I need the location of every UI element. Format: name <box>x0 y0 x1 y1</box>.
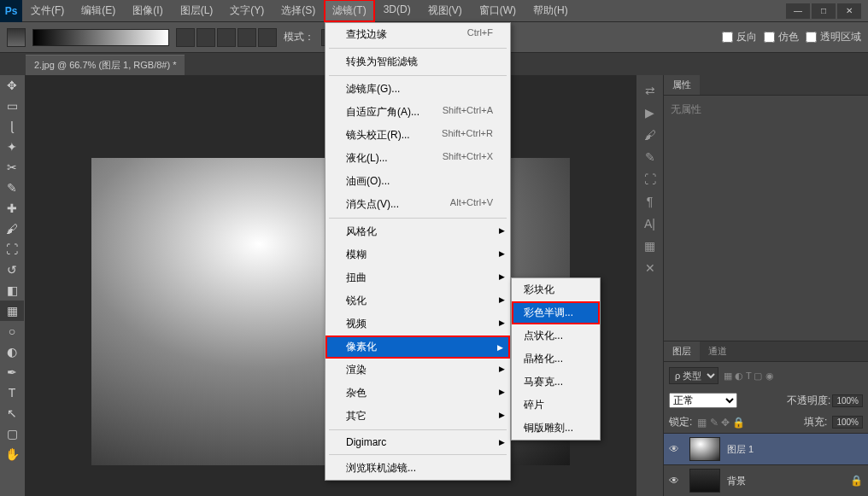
layer-row-1[interactable]: 👁 图层 1 <box>664 433 868 464</box>
tool-preset-picker[interactable] <box>7 28 26 47</box>
filter-last[interactable]: 查找边缘Ctrl+F <box>326 23 510 46</box>
filter-noise[interactable]: 杂色 <box>326 382 510 405</box>
pixelate-pointillize[interactable]: 点状化... <box>512 324 600 347</box>
eraser-tool[interactable]: ◧ <box>0 280 24 301</box>
layer-row-background[interactable]: 👁 背景 🔒 <box>664 464 868 496</box>
type-tool[interactable]: T <box>0 382 24 403</box>
properties-tab[interactable]: 属性 <box>664 75 700 95</box>
swatches-icon[interactable]: ✕ <box>645 261 655 275</box>
properties-panel-tabs: 属性 <box>664 75 868 96</box>
layer-blend-mode[interactable]: 正常 <box>669 393 737 408</box>
layer-kind-filter[interactable]: ρ 类型 <box>669 367 718 384</box>
healing-tool[interactable]: ✚ <box>0 198 24 219</box>
gradient-tool[interactable]: ▦ <box>0 301 24 321</box>
menu-edit[interactable]: 编辑(E) <box>73 0 124 22</box>
filter-other[interactable]: 其它 <box>326 405 510 428</box>
blur-tool[interactable]: ○ <box>0 321 24 341</box>
character-icon[interactable]: A| <box>644 217 655 230</box>
move-tool[interactable]: ✥ <box>0 75 24 96</box>
shape-tool[interactable]: ▢ <box>0 423 24 444</box>
actions-icon[interactable]: ▶ <box>645 106 654 120</box>
pixelate-crystallize[interactable]: 晶格化... <box>512 347 600 371</box>
filter-vanish[interactable]: 消失点(V)...Alt+Ctrl+V <box>326 193 510 216</box>
layer-filter-icons[interactable]: ▦ ◐ T ▢ ◉ <box>724 371 774 382</box>
menu-filter[interactable]: 滤镜(T) <box>324 0 374 22</box>
pixelate-color-halftone[interactable]: 彩色半调... <box>512 301 600 324</box>
layers-tab[interactable]: 图层 <box>664 341 700 361</box>
filter-gallery[interactable]: 滤镜库(G)... <box>326 78 510 101</box>
diamond-gradient-button[interactable] <box>258 28 277 47</box>
filter-blur[interactable]: 模糊 <box>326 243 510 266</box>
pixelate-facet[interactable]: 彩块化 <box>512 278 600 301</box>
brush-tool[interactable]: 🖌 <box>0 219 24 239</box>
filter-lens[interactable]: 镜头校正(R)...Shift+Ctrl+R <box>326 124 510 147</box>
lasso-tool[interactable]: ɭ <box>0 116 24 137</box>
filter-convert-smart[interactable]: 转换为智能滤镜 <box>326 50 510 73</box>
paragraph-icon[interactable]: ¶ <box>647 195 654 208</box>
filter-video[interactable]: 视频 <box>326 312 510 336</box>
layer-name[interactable]: 图层 1 <box>727 443 754 456</box>
pixelate-fragment[interactable]: 碎片 <box>512 394 600 417</box>
menu-window[interactable]: 窗口(W) <box>471 0 525 22</box>
linear-gradient-button[interactable] <box>176 28 195 47</box>
pixelate-mosaic[interactable]: 马赛克... <box>512 371 600 394</box>
pen-tool[interactable]: ✒ <box>0 362 24 382</box>
menu-3d[interactable]: 3D(D) <box>375 0 419 22</box>
menu-help[interactable]: 帮助(H) <box>525 0 577 22</box>
filter-digimarc[interactable]: Digimarc <box>326 432 510 452</box>
filter-adaptive[interactable]: 自适应广角(A)...Shift+Ctrl+A <box>326 101 510 124</box>
opacity-label: 不透明度: <box>787 394 830 408</box>
styles-icon[interactable]: ▦ <box>644 239 655 253</box>
menu-layer[interactable]: 图层(L) <box>172 0 222 22</box>
gradient-picker[interactable] <box>32 29 169 46</box>
history-brush-tool[interactable]: ↺ <box>0 260 24 280</box>
brush-presets-icon[interactable]: 🖌 <box>644 128 656 142</box>
filter-liquify[interactable]: 液化(L)...Shift+Ctrl+X <box>326 147 510 170</box>
layer-thumbnail[interactable] <box>689 469 720 493</box>
visibility-icon[interactable]: 👁 <box>669 475 683 487</box>
layer-name[interactable]: 背景 <box>727 475 746 487</box>
dodge-tool[interactable]: ◐ <box>0 341 24 362</box>
marquee-tool[interactable]: ▭ <box>0 96 24 116</box>
transparency-checkbox[interactable]: 透明区域 <box>806 30 861 44</box>
menu-file[interactable]: 文件(F) <box>22 0 73 22</box>
menu-image[interactable]: 图像(I) <box>124 0 171 22</box>
path-tool[interactable]: ↖ <box>0 403 24 423</box>
reflected-gradient-button[interactable] <box>238 28 256 47</box>
close-button[interactable]: ✕ <box>837 3 861 19</box>
magic-wand-tool[interactable]: ✦ <box>0 137 24 157</box>
eyedropper-tool[interactable]: ✎ <box>0 178 24 198</box>
crop-tool[interactable]: ✂ <box>0 157 24 178</box>
filter-oil[interactable]: 油画(O)... <box>326 170 510 193</box>
filter-sharpen[interactable]: 锐化 <box>326 289 510 312</box>
filter-render[interactable]: 渲染 <box>326 359 510 382</box>
layer-thumbnail[interactable] <box>689 437 720 461</box>
hand-tool[interactable]: ✋ <box>0 444 24 464</box>
history-icon[interactable]: ⇄ <box>645 84 655 97</box>
filter-stylize[interactable]: 风格化 <box>326 220 510 243</box>
opacity-value[interactable]: 100% <box>832 394 863 407</box>
minimize-button[interactable]: — <box>786 3 810 19</box>
menu-bar: Ps 文件(F) 编辑(E) 图像(I) 图层(L) 文字(Y) 选择(S) 滤… <box>0 0 868 22</box>
pixelate-mezzotint[interactable]: 铜版雕刻... <box>512 417 600 440</box>
channels-tab[interactable]: 通道 <box>700 341 736 361</box>
filter-distort[interactable]: 扭曲 <box>326 266 510 289</box>
brush-icon[interactable]: ✎ <box>645 150 655 164</box>
visibility-icon[interactable]: 👁 <box>669 443 683 455</box>
stamp-tool[interactable]: ⛶ <box>0 239 24 260</box>
menu-select[interactable]: 选择(S) <box>273 0 324 22</box>
fill-value[interactable]: 100% <box>832 416 863 429</box>
dither-checkbox[interactable]: 仿色 <box>764 30 799 44</box>
menu-view[interactable]: 视图(V) <box>419 0 471 22</box>
angle-gradient-button[interactable] <box>217 28 236 47</box>
document-tab[interactable]: 2.jpg @ 66.7% (图层 1, RGB/8#) * <box>26 55 185 75</box>
reverse-checkbox[interactable]: 反向 <box>722 30 757 44</box>
radial-gradient-button[interactable] <box>196 28 215 47</box>
menu-type[interactable]: 文字(Y) <box>221 0 273 22</box>
filter-browse-online[interactable]: 浏览联机滤镜... <box>326 457 510 480</box>
filter-pixelate[interactable]: 像素化 <box>326 336 510 359</box>
clone-icon[interactable]: ⛶ <box>644 172 656 186</box>
lock-icons[interactable]: ▦ ✎ ✥ 🔒 <box>697 417 745 429</box>
tools-panel: ✥ ▭ ɭ ✦ ✂ ✎ ✚ 🖌 ⛶ ↺ ◧ ▦ ○ ◐ ✒ T ↖ ▢ ✋ <box>0 75 26 496</box>
maximize-button[interactable]: □ <box>812 3 836 19</box>
